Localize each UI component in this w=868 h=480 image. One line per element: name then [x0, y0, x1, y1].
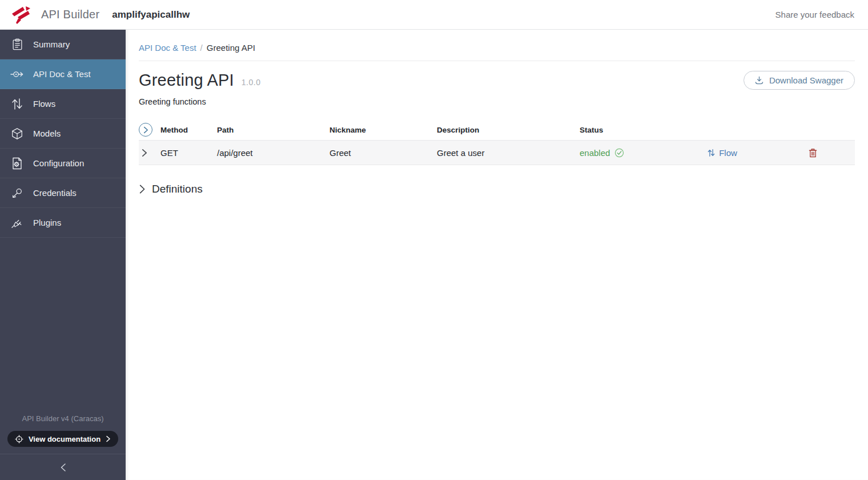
status-label: enabled — [580, 148, 610, 158]
expand-all-button[interactable] — [139, 123, 152, 137]
page-subtitle: Greeting functions — [139, 97, 855, 106]
sidebar-item-credentials[interactable]: Credentials — [0, 178, 126, 208]
expand-row-button[interactable] — [139, 149, 160, 157]
chevron-left-icon — [60, 463, 66, 472]
page-title: Greeting API — [139, 71, 234, 90]
sidebar-item-models[interactable]: Models — [0, 119, 126, 149]
flow-link-label: Flow — [719, 148, 737, 158]
endpoints-table: Method Path Nickname Description Status … — [139, 119, 855, 165]
sidebar-item-label: Models — [33, 129, 61, 138]
check-circle-icon — [614, 148, 624, 158]
chevron-right-icon — [139, 185, 146, 194]
download-swagger-button[interactable]: Download Swagger — [744, 71, 855, 90]
sidebar-item-plugins[interactable]: Plugins — [0, 208, 126, 238]
cell-path: /api/greet — [217, 148, 329, 158]
breadcrumb-parent-link[interactable]: API Doc & Test — [139, 43, 196, 53]
api-doc-icon — [10, 67, 24, 81]
project-name: amplifyapicallhw — [112, 9, 190, 21]
column-header-method: Method — [160, 126, 217, 134]
column-header-nickname: Nickname — [329, 126, 437, 134]
breadcrumb-separator: / — [200, 43, 203, 53]
cell-description: Greet a user — [437, 148, 580, 158]
sidebar-item-api-doc-test[interactable]: API Doc & Test — [0, 59, 126, 89]
flow-icon — [708, 149, 715, 157]
breadcrumb-divider — [139, 61, 855, 61]
version-label: API Builder v4 (Caracas) — [0, 414, 126, 423]
sidebar-item-label: Flows — [33, 99, 55, 109]
view-documentation-button[interactable]: View documentation — [7, 431, 118, 447]
download-icon — [755, 76, 763, 85]
clipboard-icon — [10, 38, 24, 51]
cell-nickname: Greet — [329, 148, 437, 158]
main-content: API Doc & Test / Greeting API Greeting A… — [126, 30, 868, 480]
sidebar-item-label: Credentials — [33, 188, 77, 198]
chevron-right-icon — [106, 435, 111, 442]
status-badge: enabled — [580, 148, 674, 158]
table-row: GET /api/greet Greet Greet a user enable… — [139, 140, 855, 165]
flow-link[interactable]: Flow — [674, 148, 771, 158]
download-swagger-label: Download Swagger — [769, 75, 843, 85]
column-header-description: Description — [437, 126, 580, 134]
top-bar: API Builder amplifyapicallhw Share your … — [0, 0, 868, 30]
delete-endpoint-button[interactable] — [771, 148, 855, 158]
definitions-toggle[interactable]: Definitions — [139, 183, 855, 195]
endpoints-table-header: Method Path Nickname Description Status — [139, 119, 855, 140]
sidebar-item-flows[interactable]: Flows — [0, 89, 126, 119]
sidebar-item-configuration[interactable]: Configuration — [0, 149, 126, 178]
column-header-status: Status — [580, 126, 674, 134]
plug-icon — [10, 216, 24, 230]
docs-target-icon — [15, 435, 23, 443]
cube-icon — [10, 127, 24, 141]
breadcrumb: API Doc & Test / Greeting API — [139, 43, 855, 53]
flows-icon — [10, 97, 24, 111]
app-title: API Builder — [41, 8, 99, 21]
axway-logo-icon — [10, 4, 32, 26]
sidebar-item-label: Plugins — [33, 218, 61, 227]
definitions-label: Definitions — [152, 183, 203, 195]
sidebar-item-label: Summary — [33, 39, 70, 49]
key-icon — [10, 186, 24, 200]
sidebar-item-label: API Doc & Test — [33, 69, 91, 79]
sidebar-item-label: Configuration — [33, 158, 84, 168]
view-documentation-label: View documentation — [29, 435, 101, 443]
collapse-sidebar-button[interactable] — [0, 454, 126, 480]
breadcrumb-current: Greeting API — [207, 43, 255, 53]
sidebar: Summary API Doc & Test Flows — [0, 30, 126, 480]
share-feedback-link[interactable]: Share your feedback — [775, 10, 854, 19]
sidebar-item-summary[interactable]: Summary — [0, 30, 126, 59]
page-version: 1.0.0 — [242, 78, 261, 87]
column-header-path: Path — [217, 126, 329, 134]
cell-method: GET — [160, 148, 217, 158]
sidebar-footer: API Builder v4 (Caracas) View documentat… — [0, 414, 126, 480]
trash-icon — [809, 148, 817, 158]
config-icon — [10, 157, 24, 170]
